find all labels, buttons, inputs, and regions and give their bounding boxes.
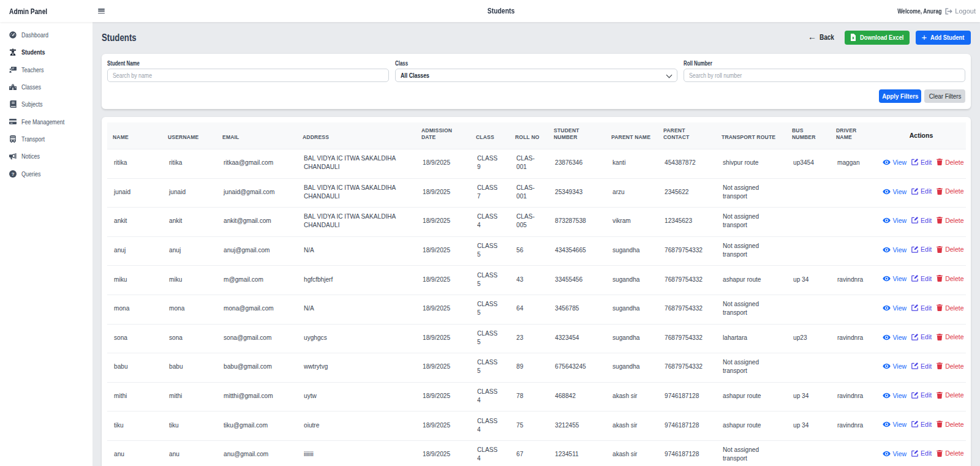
svg-text:?: ? — [12, 171, 15, 176]
